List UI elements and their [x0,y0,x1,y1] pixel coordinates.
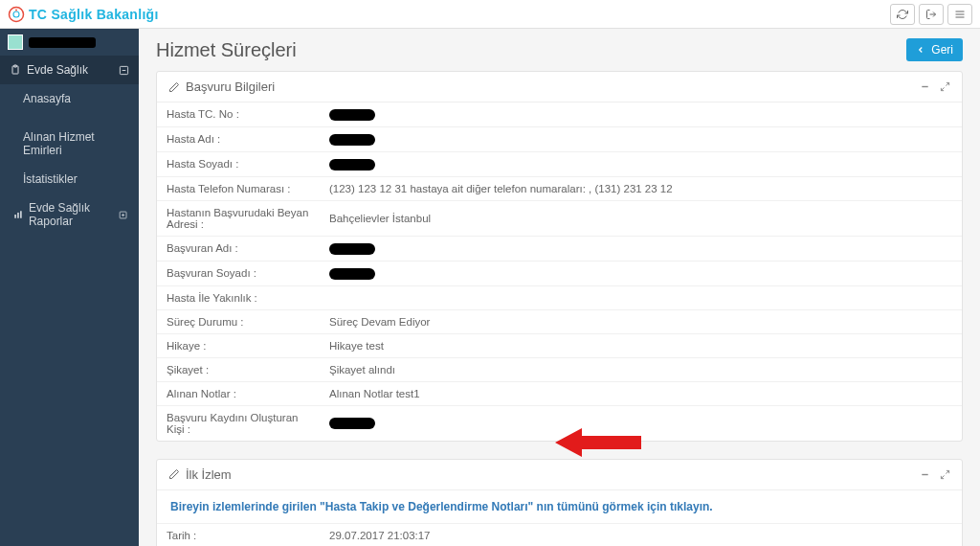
row-value: Süreç Devam Ediyor [320,309,962,333]
table-row: Süreç Durumu :Süreç Devam Ediyor [157,309,962,333]
row-label: Tarih : [157,523,320,546]
panel-collapse-button[interactable] [920,469,930,480]
redacted-value [329,134,375,146]
panel-basvuru-title: Başvuru Bilgileri [186,80,275,94]
clipboard-icon [10,64,21,76]
redacted-value [329,109,375,121]
view-all-notes-link[interactable]: Bireyin izlemlerinde girilen "Hasta Taki… [170,500,713,513]
minus-square-icon [119,65,129,76]
chart-icon [13,209,23,220]
user-avatar [8,34,23,50]
topbar-tools [890,4,972,25]
table-row: Hastanın Başvurudaki Beyan Adresi :Bahçe… [157,200,962,236]
table-row: Tarih :29.07.2017 21:03:17 [157,523,962,546]
expand-icon [940,81,950,92]
table-row: Hikaye :Hikaye test [157,333,962,357]
row-label: Alınan Notlar : [157,381,320,405]
table-row: Başvuran Adı : [157,236,962,261]
row-value: 29.07.2017 21:03:17 [320,523,962,546]
edit-icon [168,468,180,480]
row-label: Başvuru Kaydını Oluşturan Kişi : [157,405,320,441]
svg-line-20 [946,470,948,473]
row-label: Başvuran Adı : [157,236,320,261]
nav-item-reports-label: Evde Sağlık Raporlar [29,201,119,228]
panel-expand-button[interactable] [940,81,950,92]
minus-icon [920,81,930,92]
panel-ilk-izlem-title: İlk İzlem [186,467,232,482]
panel-expand-button[interactable] [940,469,950,480]
row-value [320,151,962,176]
row-label: Şikayet : [157,357,320,381]
table-row: Alınan Notlar :Alınan Notlar test1 [157,381,962,405]
table-row: Başvuran Soyadı : [157,261,962,285]
table-row: Başvuru Kaydını Oluşturan Kişi : [157,405,962,441]
table-row: Hasta Adı : [157,126,962,151]
refresh-button[interactable] [890,4,915,25]
nav-item-home[interactable]: Anasayfa [0,84,139,113]
svg-line-21 [941,475,944,478]
svg-rect-10 [14,215,16,218]
row-label: Başvuran Soyadı : [157,261,320,285]
logout-icon [925,9,937,20]
nav-item-stats[interactable]: İstatistikler [0,165,139,193]
user-name-redacted [29,37,96,48]
page-title: Hizmet Süreçleri [156,39,297,61]
row-label: Hasta İle Yakınlık : [157,285,320,309]
row-value [320,236,962,261]
redacted-value [329,268,375,280]
row-label: Hikaye : [157,333,320,357]
nav-section-label: Evde Sağlık [27,63,88,77]
hamburger-icon [954,9,966,20]
panel-collapse-button[interactable] [920,81,930,92]
panel-basvuru: Başvuru Bilgileri Hasta TC. No :Hasta Ad… [156,71,963,442]
chevron-left-icon [916,45,925,55]
svg-rect-11 [17,213,19,218]
nav-item-orders[interactable]: Alınan Hizmet Emirleri [0,123,139,165]
svg-line-17 [946,82,948,85]
row-value [320,102,962,126]
row-label: Süreç Durumu : [157,309,320,333]
redacted-value [329,243,375,255]
back-button-label: Geri [931,43,953,57]
row-label: Hasta TC. No : [157,102,320,126]
table-row: Hasta Soyadı : [157,151,962,176]
nav-item-reports[interactable]: Evde Sağlık Raporlar [0,193,139,236]
row-value: Bahçelievler İstanbul [320,200,962,236]
svg-rect-12 [20,211,22,217]
edit-icon [168,81,180,93]
row-label: Hasta Telefon Numarası : [157,176,320,200]
table-row: Hasta TC. No : [157,102,962,126]
plus-square-icon [119,210,127,220]
row-value: Alınan Notlar test1 [320,381,962,405]
row-value [320,126,962,151]
row-label: Hasta Adı : [157,126,320,151]
row-value [320,405,962,441]
sidebar: Evde Sağlık Anasayfa Alınan Hizmet Emirl… [0,29,139,546]
row-label: Hasta Soyadı : [157,151,320,176]
svg-point-2 [15,9,17,11]
refresh-icon [897,9,908,20]
table-row: Hasta Telefon Numarası :(123) 123 12 31 … [157,176,962,200]
panel-ilk-izlem: İlk İzlem Bireyin izlemlerinde girilen "… [156,459,963,546]
main-content: Hizmet Süreçleri Geri Başvuru Bilgileri … [139,29,980,546]
logout-button[interactable] [919,4,944,25]
row-label: Hastanın Başvurudaki Beyan Adresi : [157,200,320,236]
nav-section-toggle[interactable]: Evde Sağlık [0,56,139,84]
redacted-value [329,418,375,429]
row-value: (123) 123 12 31 hastaya ait diğer telefo… [320,176,962,200]
back-button[interactable]: Geri [906,38,963,61]
minus-icon [920,469,930,480]
ministry-logo-icon [8,6,25,23]
user-row [0,29,139,56]
expand-icon [940,469,950,480]
svg-point-1 [13,11,19,17]
row-value: Şikayet alındı [320,357,962,381]
topbar-title: TC Sağlık Bakanlığı [29,7,159,22]
row-value: Hikaye test [320,333,962,357]
menu-button[interactable] [947,4,972,25]
row-value [320,261,962,285]
table-row: Şikayet :Şikayet alındı [157,357,962,381]
brand: TC Sağlık Bakanlığı [8,6,159,23]
row-value [320,285,962,309]
table-row: Hasta İle Yakınlık : [157,285,962,309]
